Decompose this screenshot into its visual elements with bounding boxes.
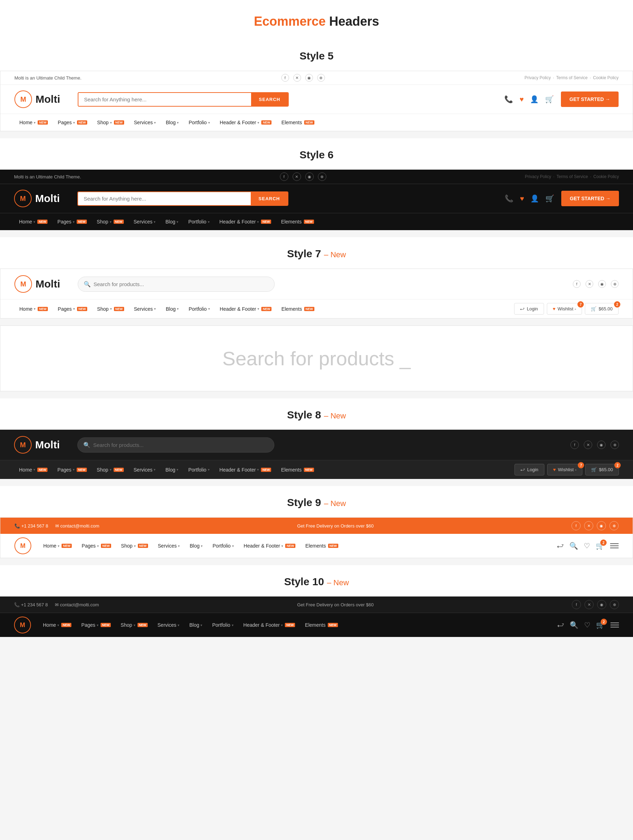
s8-facebook-icon[interactable]: f: [570, 441, 579, 449]
s10-nav-header-footer[interactable]: Header & Footer ▾NEW: [238, 621, 300, 629]
s9-cart-button[interactable]: 🛒2: [596, 542, 605, 550]
s5-nav-portfolio[interactable]: Portfolio ▾: [184, 118, 214, 127]
s6-terms-link[interactable]: Terms of Service: [557, 174, 588, 179]
s8-cart-button[interactable]: 🛒 $65.00 2: [585, 464, 619, 475]
s6-nav-elements[interactable]: ElementsNEW: [276, 218, 319, 226]
s10-nav-blog[interactable]: Blog ▾: [184, 621, 207, 629]
s8-logo[interactable]: M Molti: [14, 436, 70, 453]
s6-dribbble-icon[interactable]: ⊕: [318, 172, 326, 181]
s7-login-button[interactable]: ⮐ Login: [514, 303, 544, 314]
s10-menu-button[interactable]: [611, 622, 619, 627]
s8-nav-elements[interactable]: ElementsNEW: [276, 466, 319, 474]
s6-nav-portfolio[interactable]: Portfolio ▾: [183, 218, 214, 226]
s7-nav-header-footer[interactable]: Header & Footer ▾NEW: [215, 305, 277, 313]
s5-nav-pages[interactable]: Pages ▾NEW: [53, 118, 92, 127]
s6-nav-pages[interactable]: Pages ▾NEW: [52, 218, 92, 226]
s10-login-button[interactable]: ⮐: [557, 621, 564, 629]
s8-nav-portfolio[interactable]: Portfolio ▾: [183, 466, 214, 474]
s6-get-started-button[interactable]: GET STARTED →: [561, 191, 619, 206]
s5-nav-shop[interactable]: Shop ▾NEW: [92, 118, 129, 127]
s6-nav-home[interactable]: Home ▾NEW: [14, 218, 52, 226]
s5-terms-link[interactable]: Terms of Service: [556, 75, 587, 80]
s10-nav-shop[interactable]: Shop ▾NEW: [116, 621, 153, 629]
s9-search-button[interactable]: 🔍: [569, 542, 578, 550]
s5-search-button[interactable]: SEARCH: [251, 93, 288, 106]
s6-nav-header-footer[interactable]: Header & Footer ▾NEW: [214, 218, 276, 226]
s9-instagram-icon[interactable]: ◉: [597, 521, 606, 531]
s5-privacy-link[interactable]: Privacy Policy: [525, 75, 551, 80]
s9-nav-pages[interactable]: Pages ▾NEW: [77, 542, 116, 550]
s6-logo[interactable]: M Molti: [14, 189, 70, 207]
s5-user-icon[interactable]: 👤: [530, 95, 539, 103]
s5-dribbble-icon[interactable]: ⊕: [317, 74, 325, 82]
s9-wishlist-button[interactable]: ♡: [584, 542, 590, 550]
s5-nav-blog[interactable]: Blog ▾: [161, 118, 184, 127]
s6-nav-services[interactable]: Services ▾: [129, 218, 161, 226]
s8-nav-services[interactable]: Services ▾: [129, 466, 161, 474]
s10-search-button[interactable]: 🔍: [570, 621, 578, 629]
s9-dribbble-icon[interactable]: ⊕: [609, 521, 619, 531]
s10-dribbble-icon[interactable]: ⊕: [610, 600, 619, 609]
s6-phone-icon[interactable]: 📞: [505, 194, 513, 203]
s8-nav-blog[interactable]: Blog ▾: [161, 466, 183, 474]
s6-privacy-link[interactable]: Privacy Policy: [525, 174, 551, 179]
s9-nav-portfolio[interactable]: Portfolio ▾: [208, 542, 238, 550]
s10-cart-button[interactable]: 🛒2: [596, 621, 605, 629]
s9-nav-shop[interactable]: Shop ▾NEW: [116, 542, 153, 550]
s7-facebook-icon[interactable]: f: [573, 280, 581, 288]
s5-nav-header-footer[interactable]: Header & Footer ▾NEW: [215, 118, 277, 127]
s9-nav-elements[interactable]: ElementsNEW: [300, 542, 343, 550]
s9-nav-header-footer[interactable]: Header & Footer ▾NEW: [239, 542, 301, 550]
s7-twitter-icon[interactable]: ✕: [586, 280, 593, 288]
s5-cart-icon[interactable]: 🛒: [545, 95, 554, 103]
s6-nav-shop[interactable]: Shop ▾NEW: [92, 218, 129, 226]
s6-twitter-icon[interactable]: ✕: [293, 172, 301, 181]
s6-search-button[interactable]: SEARCH: [251, 192, 288, 205]
s10-nav-portfolio[interactable]: Portfolio ▾: [207, 621, 238, 629]
s6-nav-blog[interactable]: Blog ▾: [161, 218, 183, 226]
s6-cookie-link[interactable]: Cookie Policy: [593, 174, 619, 179]
s8-nav-header-footer[interactable]: Header & Footer ▾NEW: [214, 466, 276, 474]
s10-nav-pages[interactable]: Pages ▾NEW: [76, 621, 116, 629]
s10-logo[interactable]: M: [14, 617, 31, 633]
s10-nav-elements[interactable]: ElementsNEW: [300, 621, 343, 629]
s9-nav-blog[interactable]: Blog ▾: [184, 542, 208, 550]
s5-get-started-button[interactable]: GET STARTED →: [561, 92, 619, 107]
s10-nav-home[interactable]: Home ▾NEW: [38, 621, 76, 629]
s5-search-input[interactable]: [79, 93, 251, 106]
s5-instagram-icon[interactable]: ◉: [305, 74, 313, 82]
s8-nav-home[interactable]: Home ▾NEW: [14, 466, 52, 474]
s9-menu-button[interactable]: [610, 543, 619, 548]
s10-nav-services[interactable]: Services ▾: [153, 621, 184, 629]
s5-twitter-icon[interactable]: ✕: [293, 74, 301, 82]
s7-logo[interactable]: M Molti: [14, 275, 71, 293]
s9-login-button[interactable]: ⮐: [557, 542, 564, 550]
s6-search-input[interactable]: [78, 192, 251, 205]
s9-facebook-icon[interactable]: f: [572, 521, 581, 531]
s7-nav-pages[interactable]: Pages ▾NEW: [53, 305, 92, 313]
s5-phone-icon[interactable]: 📞: [504, 95, 513, 103]
s5-logo[interactable]: M Molti: [14, 90, 71, 108]
s7-instagram-icon[interactable]: ◉: [598, 280, 606, 288]
s6-facebook-icon[interactable]: f: [280, 172, 288, 181]
s5-heart-icon[interactable]: ♥: [520, 95, 524, 103]
s7-nav-services[interactable]: Services ▾: [129, 305, 161, 313]
s8-search-input[interactable]: [93, 438, 268, 452]
s5-cookie-link[interactable]: Cookie Policy: [593, 75, 619, 80]
s7-nav-shop[interactable]: Shop ▾NEW: [92, 305, 129, 313]
s9-logo[interactable]: M: [14, 537, 31, 554]
s6-heart-icon[interactable]: ♥: [520, 194, 524, 203]
s5-facebook-icon[interactable]: f: [281, 74, 289, 82]
s7-nav-elements[interactable]: ElementsNEW: [276, 305, 319, 313]
s5-nav-services[interactable]: Services ▾: [129, 118, 161, 127]
s8-wishlist-button[interactable]: ♥ Wishlist - 7: [547, 464, 583, 475]
s8-login-button[interactable]: ⮐ Login: [515, 464, 544, 475]
s9-nav-services[interactable]: Services ▾: [153, 542, 185, 550]
s10-instagram-icon[interactable]: ◉: [597, 600, 606, 609]
s8-nav-shop[interactable]: Shop ▾NEW: [92, 466, 129, 474]
s10-twitter-icon[interactable]: ✕: [584, 600, 594, 609]
s6-user-icon[interactable]: 👤: [530, 194, 539, 203]
s7-nav-home[interactable]: Home ▾NEW: [14, 305, 53, 313]
s7-nav-blog[interactable]: Blog ▾: [161, 305, 184, 313]
s7-cart-button[interactable]: 🛒 $65.00 2: [585, 303, 619, 314]
